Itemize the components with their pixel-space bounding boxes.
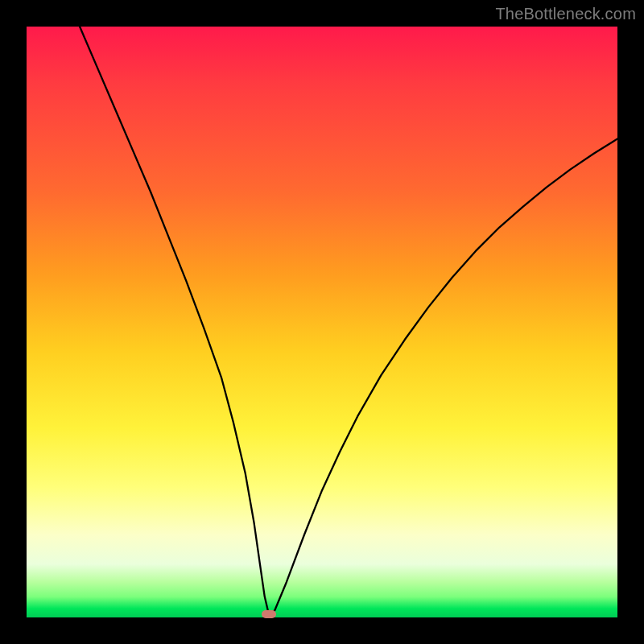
bottleneck-curve-path bbox=[80, 27, 617, 614]
chart-frame: TheBottleneck.com bbox=[0, 0, 644, 644]
optimum-marker bbox=[262, 610, 276, 618]
watermark-text: TheBottleneck.com bbox=[495, 5, 636, 23]
chart-curve bbox=[27, 27, 617, 617]
